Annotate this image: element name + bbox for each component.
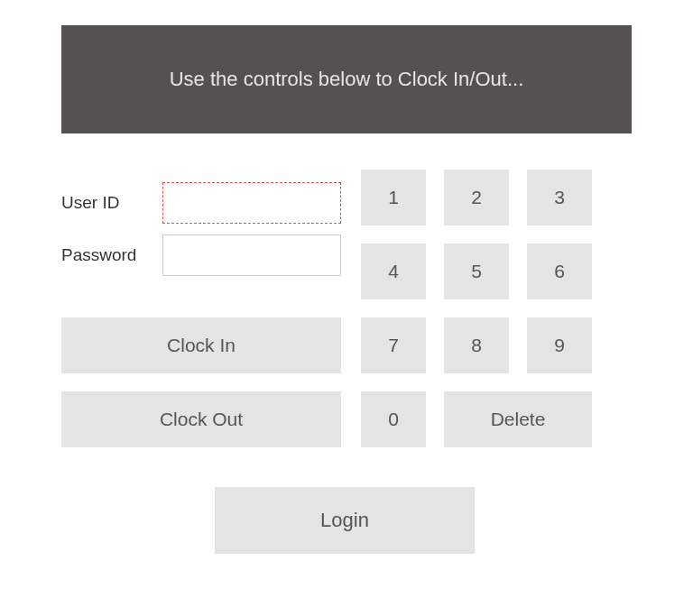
keypad-1[interactable]: 1 (361, 170, 426, 225)
header-banner: Use the controls below to Clock In/Out..… (61, 25, 632, 133)
clock-in-button[interactable]: Clock In (61, 317, 341, 373)
keypad-9[interactable]: 9 (527, 317, 592, 373)
keypad-5[interactable]: 5 (444, 244, 509, 299)
keypad-delete[interactable]: Delete (444, 391, 592, 447)
clock-out-button[interactable]: Clock Out (61, 391, 341, 447)
userid-input[interactable] (162, 182, 341, 224)
keypad-8[interactable]: 8 (444, 317, 509, 373)
keypad-7[interactable]: 7 (361, 317, 426, 373)
keypad-0[interactable]: 0 (361, 391, 426, 447)
password-label: Password (61, 245, 162, 265)
keypad-4[interactable]: 4 (361, 244, 426, 299)
keypad-6[interactable]: 6 (527, 244, 592, 299)
keypad-2[interactable]: 2 (444, 170, 509, 225)
userid-label: User ID (61, 193, 162, 213)
keypad: 1 2 3 4 5 6 7 8 9 0 Delete (361, 170, 632, 465)
header-title: Use the controls below to Clock In/Out..… (170, 68, 524, 91)
password-input[interactable] (162, 234, 341, 276)
login-button[interactable]: Login (215, 487, 475, 554)
keypad-3[interactable]: 3 (527, 170, 592, 225)
